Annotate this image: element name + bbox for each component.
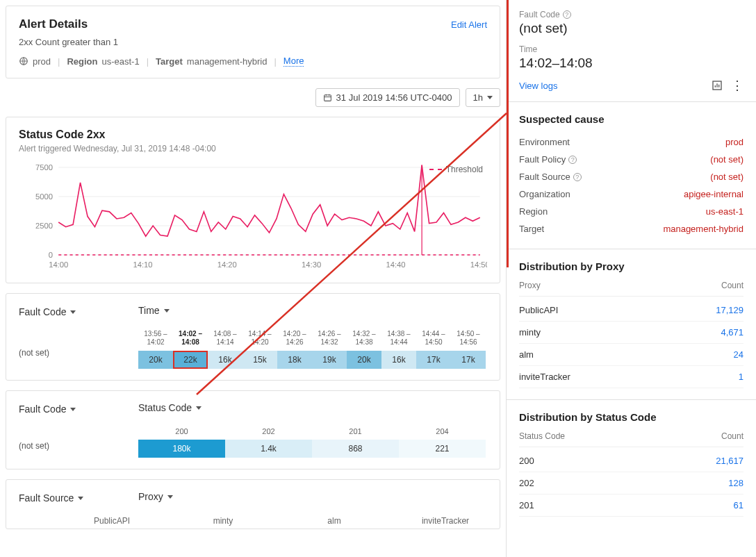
bucket-value: 15k xyxy=(243,351,277,369)
time-bucket[interactable]: 13:56 –14:0220k xyxy=(138,330,173,369)
dist-key: inviteTracker xyxy=(519,372,570,382)
chevron-down-icon xyxy=(164,309,170,313)
time-bucket[interactable]: 14:02 –14:0822k xyxy=(173,330,208,369)
chevron-down-icon xyxy=(70,310,76,314)
help-icon[interactable]: ? xyxy=(568,156,577,164)
bucket-value: 17k xyxy=(416,351,451,369)
time-bucket[interactable]: 14:20 –14:2618k xyxy=(277,330,312,369)
dist-status-col-k: Status Code xyxy=(519,431,565,441)
bucket-value: 19k xyxy=(312,351,347,369)
edit-alert-link[interactable]: Edit Alert xyxy=(451,19,487,30)
time-bucket[interactable]: 14:14 –14:2015k xyxy=(243,330,277,369)
fault-proxy-card: Fault Source Proxy PublicAPImintyalminvi… xyxy=(6,479,500,529)
target-label: Target xyxy=(156,56,183,67)
dist-row[interactable]: 202128 xyxy=(519,472,743,494)
chevron-down-icon xyxy=(487,96,493,99)
svg-text:2500: 2500 xyxy=(35,222,53,230)
more-link[interactable]: More xyxy=(284,56,304,67)
alert-details-card: Alert Details Edit Alert 2xx Count great… xyxy=(6,6,500,78)
status-bar[interactable]: 200180k xyxy=(138,427,225,458)
status-bar-header: 204 xyxy=(399,427,486,440)
fault-source-dropdown[interactable]: Fault Source xyxy=(19,492,130,504)
dist-value: 128 xyxy=(728,478,743,488)
date-picker-button[interactable]: 31 Jul 2019 14:56 UTC-0400 xyxy=(315,88,460,107)
status-bar-header: 201 xyxy=(312,427,399,440)
proxy-column-header: alm xyxy=(293,516,376,526)
time-bucket[interactable]: 14:50 –14:5617k xyxy=(451,330,486,369)
status-chart-card: Status Code 2xx Alert triggered Wednesda… xyxy=(6,117,500,283)
svg-text:14:00: 14:00 xyxy=(49,260,68,269)
help-icon[interactable]: ? xyxy=(563,10,571,19)
dist-proxy-col-v: Count xyxy=(721,281,743,290)
cause-value: us-east-1 xyxy=(706,206,743,217)
svg-text:14:40: 14:40 xyxy=(386,260,405,269)
dist-value: 17,129 xyxy=(716,305,743,315)
chart-subtitle: Alert triggered Wednesday, Jul 31, 2019 … xyxy=(19,144,487,153)
range-picker-button[interactable]: 1h xyxy=(466,88,500,107)
cause-row: Organizationapigee-internal xyxy=(519,185,743,203)
help-icon[interactable]: ? xyxy=(573,173,582,181)
threshold-label: Threshold xyxy=(446,165,483,174)
fault-time-card: Fault Code Time (not set) 13:56 –14:0220… xyxy=(6,293,500,381)
bucket-header: 14:02 –14:08 xyxy=(173,330,208,351)
time-bucket[interactable]: 14:08 –14:1416k xyxy=(208,330,243,369)
side-fault-code-label: Fault Code ? xyxy=(519,10,743,19)
status-bar[interactable]: 204221 xyxy=(399,427,486,458)
svg-text:0: 0 xyxy=(49,251,53,259)
dist-row[interactable]: alm24 xyxy=(519,344,743,366)
dist-key: 200 xyxy=(519,456,534,466)
dist-row[interactable]: 20161 xyxy=(519,494,743,517)
dist-row[interactable]: minty4,671 xyxy=(519,322,743,344)
bucket-header: 14:32 –14:38 xyxy=(347,330,381,351)
threshold-legend: Threshold xyxy=(429,165,483,174)
svg-text:5000: 5000 xyxy=(35,192,53,201)
dist-value: 1 xyxy=(739,372,743,382)
proxy-dropdown[interactable]: Proxy xyxy=(138,491,173,502)
bucket-value: 17k xyxy=(451,351,486,369)
side-time-value: 14:02–14:08 xyxy=(519,56,743,71)
status-bar[interactable]: 201868 xyxy=(312,427,399,458)
svg-text:14:50: 14:50 xyxy=(470,260,487,269)
bucket-header: 14:38 –14:44 xyxy=(381,330,416,351)
dist-row[interactable]: 20021,617 xyxy=(519,450,743,472)
fault-code-dropdown[interactable]: Fault Code xyxy=(19,306,130,317)
time-buckets: 13:56 –14:0220k14:02 –14:0822k14:08 –14:… xyxy=(138,330,487,369)
dist-key: 201 xyxy=(519,500,534,510)
cause-key: Environment xyxy=(519,137,570,147)
alert-condition: 2xx Count greater than 1 xyxy=(19,37,487,47)
bar-chart-icon[interactable] xyxy=(712,80,723,91)
dist-row[interactable]: PublicAPI17,129 xyxy=(519,299,743,322)
time-bucket[interactable]: 14:32 –14:3820k xyxy=(347,330,381,369)
bucket-header: 14:08 –14:14 xyxy=(208,330,243,351)
bucket-value: 16k xyxy=(381,351,416,369)
dist-key: minty xyxy=(519,327,541,338)
dist-value: 21,617 xyxy=(716,456,743,466)
target-value: management-hybrid xyxy=(187,56,268,67)
status-bar[interactable]: 2021.4k xyxy=(225,427,312,458)
time-bucket[interactable]: 14:26 –14:3219k xyxy=(312,330,347,369)
bucket-header: 14:44 –14:50 xyxy=(416,330,451,351)
bucket-value: 20k xyxy=(138,351,173,369)
cause-value: (not set) xyxy=(710,172,743,182)
side-panel: Fault Code ? (not set) Time 14:02–14:08 … xyxy=(506,0,756,557)
alert-title: Alert Details xyxy=(19,17,88,31)
svg-rect-1 xyxy=(324,95,331,101)
dist-value: 4,671 xyxy=(721,327,743,338)
svg-text:14:10: 14:10 xyxy=(133,260,152,269)
proxy-column-header: PublicAPI xyxy=(70,516,154,526)
chevron-down-icon xyxy=(70,408,76,411)
fault-code-notset: (not set) xyxy=(19,348,130,358)
view-logs-link[interactable]: View logs xyxy=(519,81,557,91)
time-bucket[interactable]: 14:38 –14:4416k xyxy=(381,330,416,369)
time-dropdown[interactable]: Time xyxy=(138,305,170,316)
cause-key: Fault Source? xyxy=(519,172,582,182)
time-bucket[interactable]: 14:44 –14:5017k xyxy=(416,330,451,369)
status-code-dropdown[interactable]: Status Code xyxy=(138,402,202,413)
dist-row[interactable]: inviteTracker1 xyxy=(519,366,743,388)
time-toolbar: 31 Jul 2019 14:56 UTC-0400 1h xyxy=(6,88,500,107)
more-menu-icon[interactable]: ⋮ xyxy=(731,79,743,92)
dist-value: 61 xyxy=(734,500,743,510)
alert-env: prod xyxy=(33,56,51,67)
cause-row: Fault Policy?(not set) xyxy=(519,151,743,168)
fault-code-dropdown-2[interactable]: Fault Code xyxy=(19,404,130,415)
